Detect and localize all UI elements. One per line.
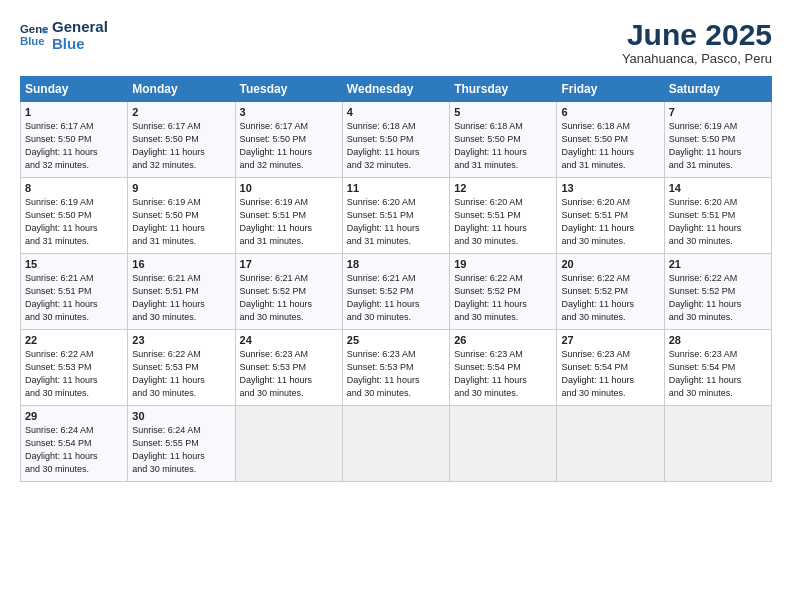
day-number: 16: [132, 258, 230, 270]
day-info: Sunrise: 6:23 AM Sunset: 5:53 PM Dayligh…: [240, 348, 338, 400]
day-number: 12: [454, 182, 552, 194]
col-tuesday: Tuesday: [235, 77, 342, 102]
day-number: 10: [240, 182, 338, 194]
calendar-cell: 10Sunrise: 6:19 AM Sunset: 5:51 PM Dayli…: [235, 178, 342, 254]
calendar-cell: 29Sunrise: 6:24 AM Sunset: 5:54 PM Dayli…: [21, 406, 128, 482]
day-info: Sunrise: 6:19 AM Sunset: 5:50 PM Dayligh…: [25, 196, 123, 248]
day-info: Sunrise: 6:21 AM Sunset: 5:52 PM Dayligh…: [347, 272, 445, 324]
col-thursday: Thursday: [450, 77, 557, 102]
calendar-cell: 19Sunrise: 6:22 AM Sunset: 5:52 PM Dayli…: [450, 254, 557, 330]
calendar-cell: 18Sunrise: 6:21 AM Sunset: 5:52 PM Dayli…: [342, 254, 449, 330]
calendar-cell: 2Sunrise: 6:17 AM Sunset: 5:50 PM Daylig…: [128, 102, 235, 178]
day-number: 3: [240, 106, 338, 118]
day-info: Sunrise: 6:24 AM Sunset: 5:54 PM Dayligh…: [25, 424, 123, 476]
col-monday: Monday: [128, 77, 235, 102]
header-row: Sunday Monday Tuesday Wednesday Thursday…: [21, 77, 772, 102]
day-info: Sunrise: 6:19 AM Sunset: 5:50 PM Dayligh…: [669, 120, 767, 172]
day-info: Sunrise: 6:23 AM Sunset: 5:53 PM Dayligh…: [347, 348, 445, 400]
calendar-cell: [664, 406, 771, 482]
calendar-cell: 28Sunrise: 6:23 AM Sunset: 5:54 PM Dayli…: [664, 330, 771, 406]
calendar-cell: 21Sunrise: 6:22 AM Sunset: 5:52 PM Dayli…: [664, 254, 771, 330]
day-info: Sunrise: 6:17 AM Sunset: 5:50 PM Dayligh…: [25, 120, 123, 172]
day-info: Sunrise: 6:22 AM Sunset: 5:52 PM Dayligh…: [454, 272, 552, 324]
day-number: 14: [669, 182, 767, 194]
calendar-cell: 3Sunrise: 6:17 AM Sunset: 5:50 PM Daylig…: [235, 102, 342, 178]
day-number: 25: [347, 334, 445, 346]
day-number: 5: [454, 106, 552, 118]
day-info: Sunrise: 6:19 AM Sunset: 5:51 PM Dayligh…: [240, 196, 338, 248]
day-number: 15: [25, 258, 123, 270]
calendar-cell: [450, 406, 557, 482]
day-info: Sunrise: 6:21 AM Sunset: 5:51 PM Dayligh…: [132, 272, 230, 324]
calendar-cell: 5Sunrise: 6:18 AM Sunset: 5:50 PM Daylig…: [450, 102, 557, 178]
day-number: 22: [25, 334, 123, 346]
day-info: Sunrise: 6:17 AM Sunset: 5:50 PM Dayligh…: [240, 120, 338, 172]
calendar-cell: 8Sunrise: 6:19 AM Sunset: 5:50 PM Daylig…: [21, 178, 128, 254]
day-info: Sunrise: 6:23 AM Sunset: 5:54 PM Dayligh…: [561, 348, 659, 400]
calendar-cell: 27Sunrise: 6:23 AM Sunset: 5:54 PM Dayli…: [557, 330, 664, 406]
calendar-cell: [235, 406, 342, 482]
logo-text: General Blue: [52, 18, 108, 53]
day-number: 2: [132, 106, 230, 118]
week-row-2: 8Sunrise: 6:19 AM Sunset: 5:50 PM Daylig…: [21, 178, 772, 254]
day-number: 18: [347, 258, 445, 270]
logo-icon: General Blue: [20, 21, 48, 49]
calendar-cell: [557, 406, 664, 482]
day-number: 13: [561, 182, 659, 194]
day-info: Sunrise: 6:24 AM Sunset: 5:55 PM Dayligh…: [132, 424, 230, 476]
calendar-cell: 6Sunrise: 6:18 AM Sunset: 5:50 PM Daylig…: [557, 102, 664, 178]
day-info: Sunrise: 6:21 AM Sunset: 5:52 PM Dayligh…: [240, 272, 338, 324]
svg-text:Blue: Blue: [20, 35, 45, 47]
day-info: Sunrise: 6:19 AM Sunset: 5:50 PM Dayligh…: [132, 196, 230, 248]
day-info: Sunrise: 6:22 AM Sunset: 5:53 PM Dayligh…: [25, 348, 123, 400]
col-saturday: Saturday: [664, 77, 771, 102]
week-row-4: 22Sunrise: 6:22 AM Sunset: 5:53 PM Dayli…: [21, 330, 772, 406]
calendar-cell: 24Sunrise: 6:23 AM Sunset: 5:53 PM Dayli…: [235, 330, 342, 406]
calendar-cell: [342, 406, 449, 482]
day-number: 11: [347, 182, 445, 194]
header: General Blue General Blue June 2025 Yana…: [20, 18, 772, 66]
day-info: Sunrise: 6:18 AM Sunset: 5:50 PM Dayligh…: [347, 120, 445, 172]
week-row-5: 29Sunrise: 6:24 AM Sunset: 5:54 PM Dayli…: [21, 406, 772, 482]
month-title: June 2025: [622, 18, 772, 51]
day-info: Sunrise: 6:22 AM Sunset: 5:53 PM Dayligh…: [132, 348, 230, 400]
day-info: Sunrise: 6:23 AM Sunset: 5:54 PM Dayligh…: [669, 348, 767, 400]
day-info: Sunrise: 6:22 AM Sunset: 5:52 PM Dayligh…: [561, 272, 659, 324]
week-row-1: 1Sunrise: 6:17 AM Sunset: 5:50 PM Daylig…: [21, 102, 772, 178]
day-number: 1: [25, 106, 123, 118]
day-number: 27: [561, 334, 659, 346]
day-info: Sunrise: 6:20 AM Sunset: 5:51 PM Dayligh…: [561, 196, 659, 248]
day-number: 29: [25, 410, 123, 422]
col-wednesday: Wednesday: [342, 77, 449, 102]
calendar-cell: 22Sunrise: 6:22 AM Sunset: 5:53 PM Dayli…: [21, 330, 128, 406]
calendar-cell: 20Sunrise: 6:22 AM Sunset: 5:52 PM Dayli…: [557, 254, 664, 330]
day-number: 9: [132, 182, 230, 194]
day-info: Sunrise: 6:18 AM Sunset: 5:50 PM Dayligh…: [454, 120, 552, 172]
day-info: Sunrise: 6:18 AM Sunset: 5:50 PM Dayligh…: [561, 120, 659, 172]
calendar-page: General Blue General Blue June 2025 Yana…: [0, 0, 792, 612]
day-number: 24: [240, 334, 338, 346]
week-row-3: 15Sunrise: 6:21 AM Sunset: 5:51 PM Dayli…: [21, 254, 772, 330]
day-info: Sunrise: 6:22 AM Sunset: 5:52 PM Dayligh…: [669, 272, 767, 324]
calendar-cell: 9Sunrise: 6:19 AM Sunset: 5:50 PM Daylig…: [128, 178, 235, 254]
calendar-cell: 14Sunrise: 6:20 AM Sunset: 5:51 PM Dayli…: [664, 178, 771, 254]
day-info: Sunrise: 6:20 AM Sunset: 5:51 PM Dayligh…: [454, 196, 552, 248]
calendar-header: Sunday Monday Tuesday Wednesday Thursday…: [21, 77, 772, 102]
day-number: 8: [25, 182, 123, 194]
calendar-cell: 12Sunrise: 6:20 AM Sunset: 5:51 PM Dayli…: [450, 178, 557, 254]
day-number: 30: [132, 410, 230, 422]
calendar-cell: 25Sunrise: 6:23 AM Sunset: 5:53 PM Dayli…: [342, 330, 449, 406]
day-info: Sunrise: 6:23 AM Sunset: 5:54 PM Dayligh…: [454, 348, 552, 400]
calendar-cell: 7Sunrise: 6:19 AM Sunset: 5:50 PM Daylig…: [664, 102, 771, 178]
calendar-table: Sunday Monday Tuesday Wednesday Thursday…: [20, 76, 772, 482]
day-number: 26: [454, 334, 552, 346]
day-info: Sunrise: 6:20 AM Sunset: 5:51 PM Dayligh…: [669, 196, 767, 248]
col-friday: Friday: [557, 77, 664, 102]
calendar-cell: 4Sunrise: 6:18 AM Sunset: 5:50 PM Daylig…: [342, 102, 449, 178]
calendar-cell: 16Sunrise: 6:21 AM Sunset: 5:51 PM Dayli…: [128, 254, 235, 330]
day-info: Sunrise: 6:17 AM Sunset: 5:50 PM Dayligh…: [132, 120, 230, 172]
calendar-cell: 26Sunrise: 6:23 AM Sunset: 5:54 PM Dayli…: [450, 330, 557, 406]
day-number: 17: [240, 258, 338, 270]
calendar-cell: 30Sunrise: 6:24 AM Sunset: 5:55 PM Dayli…: [128, 406, 235, 482]
day-number: 20: [561, 258, 659, 270]
